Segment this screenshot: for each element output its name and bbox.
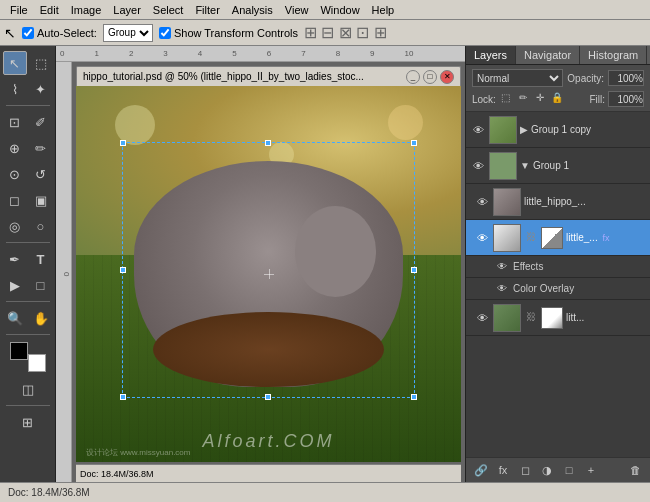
panel-tabs: Layers Navigator Histogram <box>466 46 650 65</box>
close-button[interactable]: ✕ <box>440 70 454 84</box>
menu-edit[interactable]: Edit <box>34 4 65 16</box>
transform-controls-icons: ⊞ ⊟ ⊠ ⊡ ⊞ <box>304 23 387 42</box>
move-tool[interactable]: ↖ <box>3 51 27 75</box>
auto-select-dropdown[interactable]: Group Layer <box>103 24 153 42</box>
menu-image[interactable]: Image <box>65 4 108 16</box>
thumb-hippo-fx <box>493 224 521 252</box>
layers-panel: Normal Multiply Screen Opacity: Lock: ⬚ … <box>466 65 650 482</box>
tab-navigator[interactable]: Navigator <box>516 46 580 64</box>
group-button[interactable]: □ <box>560 461 578 479</box>
show-transform-checkbox[interactable] <box>159 27 171 39</box>
visibility-bottom[interactable]: 👁 <box>474 310 490 326</box>
status-bar: Doc: 18.4M/36.8M <box>0 482 650 502</box>
tab-histogram[interactable]: Histogram <box>580 46 647 64</box>
lock-transparent-icon[interactable]: ⬚ <box>499 92 513 106</box>
ruler-horizontal: 0 1 2 3 4 5 6 7 8 9 10 <box>56 46 465 62</box>
maximize-button[interactable]: □ <box>423 70 437 84</box>
menu-bar: File Edit Image Layer Select Filter Anal… <box>0 0 650 20</box>
shape-tool[interactable]: □ <box>29 273 53 297</box>
visibility-group1copy[interactable]: 👁 <box>470 122 486 138</box>
canvas-workspace: hippo_tutorial.psd @ 50% (little_hippo_I… <box>72 62 465 482</box>
pen-tool[interactable]: ✒ <box>3 247 27 271</box>
dodge-tool[interactable]: ○ <box>29 214 53 238</box>
canvas-status: Doc: 18.4M/36.8M <box>80 469 154 479</box>
visibility-hippo-fx[interactable]: 👁 <box>474 230 490 246</box>
link-layers-button[interactable]: 🔗 <box>472 461 490 479</box>
menu-file[interactable]: File <box>4 4 34 16</box>
gradient-tool[interactable]: ▣ <box>29 188 53 212</box>
color-overlay-label: Color Overlay <box>513 283 574 294</box>
opacity-input[interactable] <box>608 70 644 86</box>
name-group1: Group 1 <box>533 160 646 171</box>
crop-tool[interactable]: ⊡ <box>3 110 27 134</box>
magic-wand-tool[interactable]: ✦ <box>29 77 53 101</box>
screen-mode[interactable]: ⊞ <box>16 410 40 434</box>
stamp-tool[interactable]: ⊙ <box>3 162 27 186</box>
visibility-hippo1[interactable]: 👁 <box>474 194 490 210</box>
thumb-group1 <box>489 152 517 180</box>
name-bottom: litt... <box>566 312 646 323</box>
lock-image-icon[interactable]: ✏ <box>516 92 530 106</box>
type-tool[interactable]: T <box>29 247 53 271</box>
layer-item-group1[interactable]: 👁 ▼ Group 1 <box>466 148 650 184</box>
info-hippo1: little_hippo_... <box>524 196 646 207</box>
fill-input[interactable] <box>608 91 644 107</box>
canvas-content: Alfoart.COM 设计论坛 www.missyuan.com <box>76 86 461 462</box>
menu-help[interactable]: Help <box>366 4 401 16</box>
heal-tool[interactable]: ⊕ <box>3 136 27 160</box>
zoom-tool[interactable]: 🔍 <box>3 306 27 330</box>
layer-item-group1copy[interactable]: 👁 ▶ Group 1 copy <box>466 112 650 148</box>
thumb-group1copy <box>489 116 517 144</box>
auto-select-checkbox[interactable] <box>22 27 34 39</box>
menu-window[interactable]: Window <box>314 4 365 16</box>
toolbar-divider-5 <box>6 405 50 406</box>
eraser-tool[interactable]: ◻ <box>3 188 27 212</box>
lock-position-icon[interactable]: ✛ <box>533 92 547 106</box>
adjustment-button[interactable]: ◑ <box>538 461 556 479</box>
menu-analysis[interactable]: Analysis <box>226 4 279 16</box>
menu-layer[interactable]: Layer <box>107 4 147 16</box>
layer-item-bottom[interactable]: 👁 ⛓ litt... <box>466 300 650 336</box>
opacity-label: Opacity: <box>567 73 604 84</box>
path-select-tool[interactable]: ▶ <box>3 273 27 297</box>
layer-item-hippo1[interactable]: 👁 little_hippo_... <box>466 184 650 220</box>
expand-group1copy[interactable]: ▶ <box>520 124 528 135</box>
effects-label: Effects <box>513 261 543 272</box>
move-tool-icon[interactable]: ↖ <box>4 25 16 41</box>
menu-filter[interactable]: Filter <box>189 4 225 16</box>
menu-select[interactable]: Select <box>147 4 190 16</box>
mask-button[interactable]: ◻ <box>516 461 534 479</box>
lock-all-icon[interactable]: 🔒 <box>550 92 564 106</box>
new-layer-button[interactable]: + <box>582 461 600 479</box>
canvas-title: hippo_tutorial.psd @ 50% (little_hippo_I… <box>83 71 403 82</box>
blend-mode-select[interactable]: Normal Multiply Screen <box>472 69 563 87</box>
layer-item-hippo-fx[interactable]: 👁 ⛓ little_... fx <box>466 220 650 256</box>
visibility-color-overlay[interactable]: 👁 <box>494 281 510 297</box>
ruler-vertical: 0 <box>56 62 72 482</box>
toolbar-divider-3 <box>6 301 50 302</box>
brush-tool[interactable]: ✏ <box>29 136 53 160</box>
visibility-group1[interactable]: 👁 <box>470 158 486 174</box>
center-marker <box>264 269 274 279</box>
hand-tool[interactable]: ✋ <box>29 306 53 330</box>
lasso-tool[interactable]: ⌇ <box>3 77 27 101</box>
eyedropper-tool[interactable]: ✐ <box>29 110 53 134</box>
fx-button[interactable]: fx <box>494 461 512 479</box>
tab-layers[interactable]: Layers <box>466 46 516 64</box>
delete-layer-button[interactable]: 🗑 <box>626 461 644 479</box>
menu-view[interactable]: View <box>279 4 315 16</box>
toolbar-divider-1 <box>6 105 50 106</box>
history-brush-tool[interactable]: ↺ <box>29 162 53 186</box>
expand-group1[interactable]: ▼ <box>520 160 530 171</box>
toolbar-divider-4 <box>6 334 50 335</box>
blur-tool[interactable]: ◎ <box>3 214 27 238</box>
quick-mask-tool[interactable]: ◫ <box>16 377 40 401</box>
select-tool[interactable]: ⬚ <box>29 51 53 75</box>
canvas-image[interactable]: Alfoart.COM 设计论坛 www.missyuan.com <box>76 86 461 462</box>
visibility-effects[interactable]: 👁 <box>494 259 510 275</box>
thumb-bottom-mask <box>541 307 563 329</box>
thumb-hippo-mask <box>541 227 563 249</box>
minimize-button[interactable]: _ <box>406 70 420 84</box>
color-picker[interactable] <box>10 342 46 372</box>
name-hippo1: little_hippo_... <box>524 196 646 207</box>
